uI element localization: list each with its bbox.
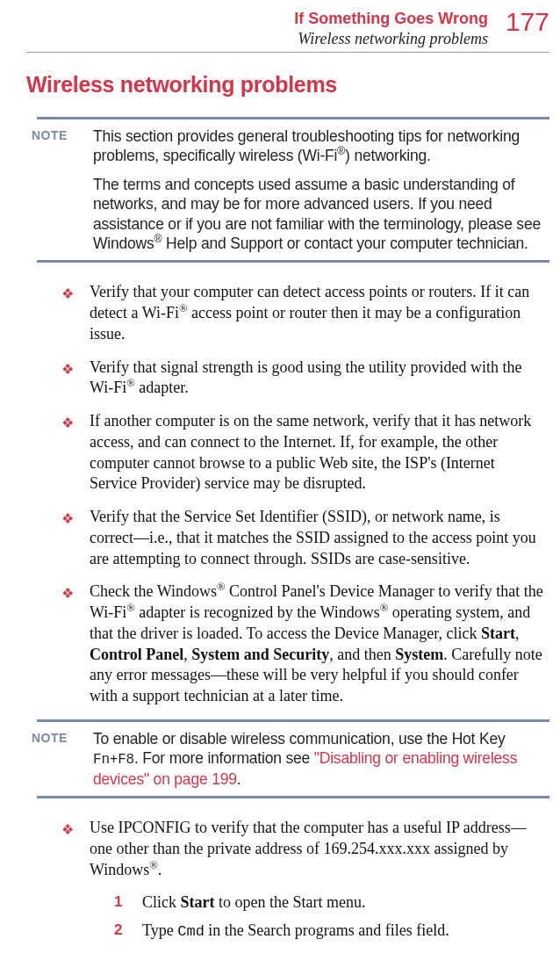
bullet-icon: ❖ [61,282,74,303]
list-item: ❖Verify that the Service Set Identifier … [61,507,544,569]
list-item-text: Use IPCONFIG to verify that the computer… [90,818,544,880]
list-item-text: Verify that your computer can detect acc… [90,282,544,344]
list-item-text: Verify that signal strength is good usin… [90,358,544,400]
note-rule-bottom [37,796,549,798]
list-item-text: Check the Windows® Control Panel's Devic… [90,581,544,707]
note-paragraph: This section provides general troublesho… [93,126,549,166]
list-item: ❖Verify that your computer can detect ac… [61,282,544,344]
list-item: ❖If another computer is on the same netw… [61,411,544,495]
header-text-block: If Something Goes Wrong Wireless network… [294,9,488,48]
note-body: This section provides general troublesho… [93,126,549,253]
bullet-icon: ❖ [61,818,74,839]
bullet-icon: ❖ [61,358,74,379]
note-block-2: NOTE To enable or disable wireless commu… [32,719,549,798]
ordered-steps: 1Click Start to open the Start menu.2Typ… [114,892,544,942]
section-heading: Wireless networking problems [26,72,549,98]
note-rule-bottom [37,260,549,263]
step-item: 2Type Cmd in the Search programs and fil… [114,921,544,942]
note-paragraph: The terms and concepts used assume a bas… [93,175,549,254]
bullet-icon: ❖ [61,411,74,432]
list-item-text: If another computer is on the same netwo… [90,411,544,495]
header-rule [26,52,549,53]
list-item: ❖Check the Windows® Control Panel's Devi… [61,581,544,707]
bullet-icon: ❖ [61,581,74,603]
note-paragraph: To enable or disable wireless communicat… [93,729,549,789]
note-label: NOTE [32,126,74,142]
chapter-title: If Something Goes Wrong [294,9,488,29]
section-subtitle: Wireless networking problems [294,29,488,49]
note-body: To enable or disable wireless communicat… [93,729,549,789]
list-item: ❖Use IPCONFIG to verify that the compute… [61,818,544,880]
step-number: 1 [114,892,126,912]
step-text: Type Cmd in the Search programs and file… [142,921,544,942]
bullet-list-1: ❖Verify that your computer can detect ac… [61,282,544,707]
step-item: 1Click Start to open the Start menu. [114,892,544,914]
list-item: ❖Verify that signal strength is good usi… [61,358,544,400]
bullet-icon: ❖ [61,507,74,528]
page-number: 177 [506,9,549,35]
note-block-1: NOTE This section provides general troub… [32,117,549,263]
note-label: NOTE [32,729,74,745]
page-header: If Something Goes Wrong Wireless network… [26,9,549,48]
list-item-text: Verify that the Service Set Identifier (… [90,507,544,569]
bullet-list-2: ❖Use IPCONFIG to verify that the compute… [61,818,544,880]
step-text: Click Start to open the Start menu. [142,892,544,914]
step-number: 2 [114,921,126,940]
